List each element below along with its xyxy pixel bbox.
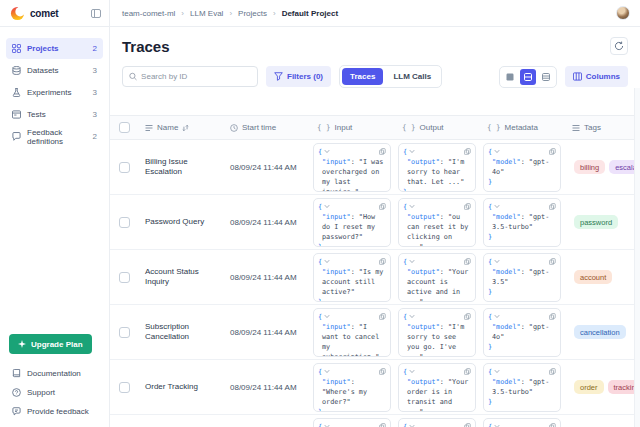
sidebar-item-experiments[interactable]: Experiments 3 <box>6 82 103 103</box>
input-json-cell[interactable]: { "input": "Can I get a refund for my la… <box>313 418 391 427</box>
metadata-json-cell[interactable]: { "model": "gpt-3.5" } <box>483 253 561 302</box>
copy-icon[interactable] <box>549 203 556 210</box>
select-all-checkbox[interactable] <box>119 122 130 133</box>
copy-icon[interactable] <box>379 368 386 375</box>
copy-icon[interactable] <box>379 148 386 155</box>
table-row[interactable]: Order Tracking 08/09/24 11:44 AM { "inpu… <box>110 360 640 415</box>
sidebar-item-datasets[interactable]: Datasets 3 <box>6 60 103 81</box>
output-json-cell[interactable]: { "output": "Your account is active and … <box>398 253 476 302</box>
breadcrumb-workspace[interactable]: team-comet-ml <box>122 9 175 18</box>
copy-icon[interactable] <box>549 313 556 320</box>
tab-traces[interactable]: Traces <box>342 68 383 85</box>
chevron-down-icon[interactable] <box>409 149 415 154</box>
copy-icon[interactable] <box>379 313 386 320</box>
row-checkbox[interactable] <box>119 327 130 338</box>
chevron-down-icon[interactable] <box>324 369 330 374</box>
table-row[interactable]: Refund Request 08/09/24 11:44 AM { "inpu… <box>110 415 640 427</box>
output-json-cell[interactable]: { "output": "ou can reset it by clicking… <box>398 198 476 247</box>
row-checkbox[interactable] <box>119 272 130 283</box>
chevron-down-icon[interactable] <box>494 149 500 154</box>
copy-icon[interactable] <box>549 423 556 427</box>
tag-cancellation[interactable]: cancellation <box>574 325 626 339</box>
metadata-json-cell[interactable]: { "model": "gpt-3.5-turbo" } <box>483 363 561 412</box>
copy-icon[interactable] <box>549 258 556 265</box>
metadata-json-cell[interactable]: { "model": "gpt-4o" } <box>483 143 561 192</box>
trace-name[interactable]: Billing Issue Escalation <box>140 157 225 177</box>
chevron-down-icon[interactable] <box>409 259 415 264</box>
input-json-cell[interactable]: { "input": "Is my account still active?"… <box>313 253 391 302</box>
chevron-down-icon[interactable] <box>324 314 330 319</box>
copy-icon[interactable] <box>379 423 386 427</box>
input-json-cell[interactable]: { "input": "How do I reset my password?"… <box>313 198 391 247</box>
output-json-cell[interactable]: { "output": "Your order is in transit an… <box>398 363 476 412</box>
sidebar-item-provide-feedback[interactable]: Provide feedback <box>6 402 103 421</box>
tag-account[interactable]: account <box>574 270 612 284</box>
copy-icon[interactable] <box>464 258 471 265</box>
row-checkbox[interactable] <box>119 382 130 393</box>
copy-icon[interactable] <box>464 368 471 375</box>
copy-icon[interactable] <box>464 423 471 427</box>
input-json-cell[interactable]: { "input": "Where's my order?" } <box>313 363 391 412</box>
vertical-scrollbar-track[interactable] <box>634 88 640 427</box>
refresh-button[interactable] <box>610 37 628 55</box>
breadcrumb-llm-eval[interactable]: LLM Eval <box>190 9 223 18</box>
sidebar-item-tests[interactable]: Tests 3 <box>6 104 103 125</box>
input-json-cell[interactable]: { "input": "I was overcharged on my last… <box>313 143 391 192</box>
input-json-cell[interactable]: { "input": "I want to cancel my subscrip… <box>313 308 391 357</box>
chevron-down-icon[interactable] <box>494 204 500 209</box>
tag-billing[interactable]: billing <box>574 160 605 174</box>
comet-logo[interactable]: comet <box>10 6 58 21</box>
copy-icon[interactable] <box>464 203 471 210</box>
copy-icon[interactable] <box>379 203 386 210</box>
output-json-cell[interactable]: { "output": "I'm sorry to see you go. I'… <box>398 308 476 357</box>
copy-icon[interactable] <box>549 368 556 375</box>
copy-icon[interactable] <box>464 313 471 320</box>
chevron-down-icon[interactable] <box>324 259 330 264</box>
chevron-down-icon[interactable] <box>494 369 500 374</box>
tag-order[interactable]: order <box>574 380 604 394</box>
metadata-json-cell[interactable]: { "model": "gpt-4o" } <box>483 308 561 357</box>
copy-icon[interactable] <box>549 148 556 155</box>
chevron-down-icon[interactable] <box>409 314 415 319</box>
header-name[interactable]: Name <box>140 123 225 132</box>
sidebar-collapse-icon[interactable] <box>91 9 101 18</box>
output-json-cell[interactable]: { "output": "I'm sorry to hear that. Let… <box>398 143 476 192</box>
filters-button[interactable]: Filters (0) <box>266 66 331 87</box>
chevron-down-icon[interactable] <box>324 204 330 209</box>
row-height-small-button[interactable] <box>502 69 518 85</box>
chevron-down-icon[interactable] <box>494 314 500 319</box>
metadata-json-cell[interactable]: { "model": "gpt-3.5" } <box>483 418 561 427</box>
copy-icon[interactable] <box>464 148 471 155</box>
search-input[interactable] <box>141 72 251 81</box>
sort-icon[interactable] <box>182 124 189 132</box>
trace-name[interactable]: Password Query <box>140 217 204 227</box>
metadata-json-cell[interactable]: { "model": "gpt-3.5-turbo" } <box>483 198 561 247</box>
trace-name[interactable]: Subscription Cancellation <box>140 322 225 342</box>
copy-icon[interactable] <box>379 258 386 265</box>
chevron-down-icon[interactable] <box>324 149 330 154</box>
chevron-down-icon[interactable] <box>409 369 415 374</box>
sidebar-item-feedback-definitions[interactable]: Feedback definitions 2 <box>6 126 103 147</box>
columns-button[interactable]: Columns <box>565 66 628 87</box>
tag-password[interactable]: password <box>574 215 618 229</box>
breadcrumb-projects[interactable]: Projects <box>238 9 267 18</box>
table-row[interactable]: Subscription Cancellation 08/09/24 11:44… <box>110 305 640 360</box>
sidebar-item-documentation[interactable]: Documentation <box>6 364 103 383</box>
row-checkbox[interactable] <box>119 162 130 173</box>
sidebar-item-support[interactable]: Support <box>6 383 103 402</box>
output-json-cell[interactable]: { "output": "I've submitted your refund … <box>398 418 476 427</box>
table-row[interactable]: Password Query 08/09/24 11:44 AM { "inpu… <box>110 195 640 250</box>
row-checkbox[interactable] <box>119 217 130 228</box>
user-avatar[interactable] <box>616 6 630 20</box>
table-row[interactable]: Account Status Inquiry 08/09/24 11:44 AM… <box>110 250 640 305</box>
sidebar-item-projects[interactable]: Projects 2 <box>6 38 103 59</box>
chevron-down-icon[interactable] <box>494 259 500 264</box>
row-height-large-button[interactable] <box>538 69 554 85</box>
trace-name[interactable]: Account Status Inquiry <box>140 267 225 287</box>
upgrade-plan-button[interactable]: Upgrade Plan <box>9 334 92 354</box>
table-row[interactable]: Billing Issue Escalation 08/09/24 11:44 … <box>110 140 640 195</box>
search-box[interactable] <box>122 66 258 87</box>
trace-name[interactable]: Order Tracking <box>140 382 198 392</box>
tab-llm-calls[interactable]: LLM Calls <box>385 68 439 85</box>
chevron-down-icon[interactable] <box>409 204 415 209</box>
